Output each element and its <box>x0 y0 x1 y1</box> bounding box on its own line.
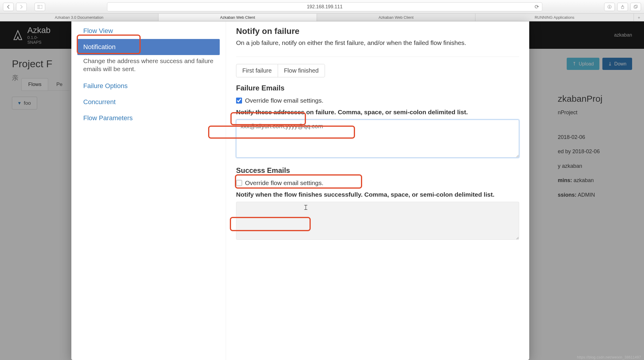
url-bar[interactable]: 192.168.199.111 ⟳ <box>107 2 542 11</box>
seg-first-failure[interactable]: First failure <box>236 64 278 77</box>
failure-override-checkbox[interactable] <box>236 98 242 104</box>
sidebar-toggle-button[interactable] <box>34 3 45 11</box>
notify-sub: On a job failure, notify on either the f… <box>236 38 519 47</box>
reload-icon[interactable]: ⟳ <box>535 4 539 10</box>
success-override-label: Override flow email settings. <box>245 179 323 187</box>
notify-title: Notify on failure <box>236 26 519 36</box>
sidebar-item-flow-parameters[interactable]: Flow Parameters <box>77 110 220 126</box>
sidebar-item-concurrent[interactable]: Concurrent <box>77 94 220 110</box>
modal-main: Notify on failure On a job failure, noti… <box>226 21 529 360</box>
url-text: 192.168.199.111 <box>307 4 343 10</box>
tab-1[interactable]: Azkaban Web Client <box>158 14 317 21</box>
failure-emails-heading: Failure Emails <box>236 84 285 92</box>
success-emails-heading: Success Emails <box>236 166 290 175</box>
tab-0[interactable]: Azkaban 3.0 Documentation <box>0 14 158 21</box>
sidebar-item-flow-view[interactable]: Flow View <box>77 23 220 39</box>
tab-3[interactable]: RUNNING Applications <box>475 14 634 21</box>
sidebar-item-desc: Change the address where success and fai… <box>77 55 220 78</box>
failure-override-label: Override flow email settings. <box>245 97 323 104</box>
tab-strip: Azkaban 3.0 Documentation Azkaban Web Cl… <box>0 14 644 21</box>
svg-rect-0 <box>37 5 42 9</box>
svg-rect-5 <box>635 5 637 8</box>
nav-forward-button[interactable] <box>16 3 27 11</box>
nav-back-button[interactable] <box>3 3 14 11</box>
browser-toolbar: 192.168.199.111 ⟳ <box>0 0 644 14</box>
sidebar-item-failure-options[interactable]: Failure Options <box>77 78 220 94</box>
watermark: https://blog.csdn.net/weixin_38611497 <box>577 355 641 359</box>
svg-rect-4 <box>634 6 637 8</box>
flow-options-modal: Flow View Notification Change the addres… <box>71 21 529 360</box>
tab-2[interactable]: Azkaban Web Client <box>317 14 475 21</box>
sidebar-item-notification[interactable]: Notification <box>77 39 220 55</box>
share-button[interactable] <box>617 3 628 11</box>
failure-emails-textarea[interactable] <box>236 120 519 158</box>
modal-sidebar: Flow View Notification Change the addres… <box>71 21 226 360</box>
success-emails-textarea <box>236 202 519 240</box>
seg-flow-finished[interactable]: Flow finished <box>278 64 325 77</box>
tabs-button[interactable] <box>630 3 641 11</box>
failure-notify-desc: Notify these addresses on failure. Comma… <box>236 108 519 116</box>
success-notify-desc: Notify when the flow finishes successful… <box>236 190 519 199</box>
failure-when-group: First failure Flow finished <box>236 64 519 77</box>
success-override-checkbox[interactable] <box>236 180 242 186</box>
new-tab-button[interactable]: + <box>634 14 644 21</box>
downloads-button[interactable] <box>604 3 615 11</box>
